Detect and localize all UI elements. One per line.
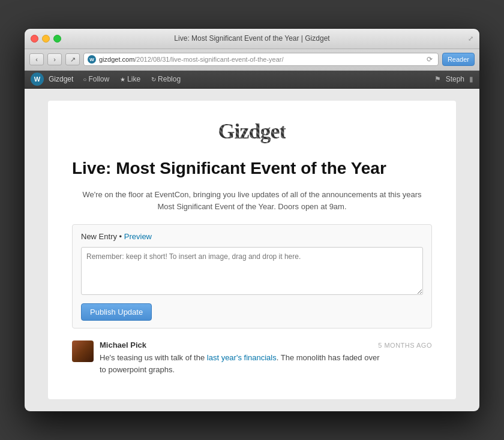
title-bar: Live: Most Significant Event of the Year…: [25, 29, 479, 49]
url-text: gizdget.com/2012/08/31/live-most-signifi…: [99, 56, 284, 63]
post-description: We're on the floor at EventCon, bringing…: [72, 189, 432, 212]
star-icon: ★: [120, 76, 125, 83]
blog-logo: Gizdget: [72, 119, 432, 144]
publish-button[interactable]: Publish Update: [81, 303, 152, 321]
blog-card: Gizdget Live: Most Significant Event of …: [48, 101, 456, 400]
follow-icon: ○: [83, 76, 86, 83]
share-button[interactable]: ↗: [65, 53, 80, 65]
toolbar-like-label: Like: [127, 75, 140, 83]
toolbar-right: ⚑ Steph ▮: [434, 75, 473, 83]
minimize-button[interactable]: [42, 35, 50, 43]
comment-time: 5 MONTHS AGO: [378, 342, 432, 349]
toolbar-site-name[interactable]: Gizdget: [49, 75, 73, 83]
post-title: Live: Most Significant Event of the Year: [72, 158, 432, 179]
traffic-lights: [31, 35, 61, 43]
toolbar-follow-label: Follow: [88, 75, 109, 83]
entry-textarea[interactable]: [81, 247, 423, 295]
toolbar-reblog-label: Reblog: [158, 75, 181, 83]
comment-text: He's teasing us with talk of the last ye…: [100, 352, 432, 375]
close-button[interactable]: [31, 35, 38, 43]
blog-logo-text: Gizdget: [218, 119, 286, 143]
toolbar-reblog[interactable]: ↻ Reblog: [149, 70, 183, 88]
new-entry-label: New Entry: [81, 232, 117, 241]
toolbar-like[interactable]: ★ Like: [118, 70, 143, 88]
avatar: [72, 340, 94, 362]
entry-separator: •: [119, 232, 124, 241]
preview-link[interactable]: Preview: [124, 232, 152, 241]
wordpress-favicon: W: [88, 55, 96, 64]
refresh-icon[interactable]: ⟳: [425, 55, 434, 64]
reader-button[interactable]: Reader: [442, 53, 475, 66]
toolbar-user-menu[interactable]: ▮: [469, 75, 473, 83]
toolbar-follow[interactable]: ○ Follow: [80, 70, 112, 88]
url-bar[interactable]: W gizdget.com/2012/08/31/live-most-signi…: [83, 53, 439, 66]
comment-meta: Michael Pick 5 MONTHS AGO: [100, 340, 432, 349]
new-entry-box: New Entry • Preview Publish Update: [72, 224, 432, 329]
new-entry-header: New Entry • Preview: [81, 232, 423, 241]
url-path: /2012/08/31/live-most-significant-event-…: [134, 56, 283, 63]
toolbar-username[interactable]: Steph: [446, 75, 464, 83]
url-domain: gizdget.com: [99, 56, 134, 63]
comment-author: Michael Pick: [100, 340, 146, 349]
resize-icon[interactable]: ⤢: [468, 35, 473, 43]
pin-icon: ⚑: [434, 75, 441, 83]
avatar-image: [72, 340, 94, 362]
reblog-icon: ↻: [151, 76, 156, 83]
wp-toolbar: W Gizdget ○ Follow ★ Like ↻ Reblog ⚑ Ste…: [25, 71, 479, 89]
forward-button[interactable]: ›: [47, 53, 62, 65]
wp-logo[interactable]: W: [31, 73, 44, 86]
window-title: Live: Most Significant Event of the Year…: [174, 34, 329, 43]
comment-entry: Michael Pick 5 MONTHS AGO He's teasing u…: [72, 340, 432, 375]
page-content: Gizdget Live: Most Significant Event of …: [25, 89, 479, 412]
back-button[interactable]: ‹: [29, 53, 44, 65]
comment-body: Michael Pick 5 MONTHS AGO He's teasing u…: [100, 340, 432, 375]
address-bar: ‹ › ↗ W gizdget.com/2012/08/31/live-most…: [25, 49, 479, 71]
maximize-button[interactable]: [53, 35, 61, 43]
comment-link[interactable]: last year's financials: [207, 353, 277, 362]
browser-window: Live: Most Significant Event of the Year…: [24, 28, 480, 412]
